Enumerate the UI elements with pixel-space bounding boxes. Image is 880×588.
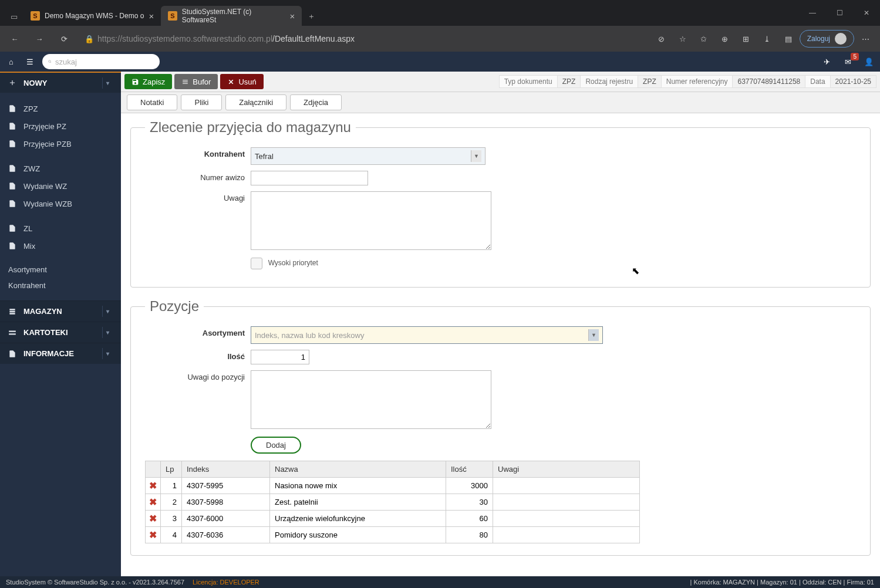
save-button[interactable]: Zapisz	[124, 74, 172, 89]
table-row[interactable]: ✖24307-5998Zest. patelnii30	[146, 494, 826, 511]
doc-meta: Typ dokumentuZPZ Rodzaj rejestruZPZ Nume…	[499, 75, 876, 88]
collections-icon[interactable]: ⊕	[715, 29, 735, 49]
favorites-bar-icon[interactable]: ✩	[694, 29, 714, 49]
browser-tab-bar: ▭ S Demo Magazyn WMS - Demo o × S Studio…	[0, 0, 880, 26]
awizo-input[interactable]	[251, 171, 368, 185]
sidebar-item-pz[interactable]: Przyjęcie PZ	[0, 117, 121, 135]
close-icon[interactable]: ×	[289, 11, 295, 21]
delete-row-icon[interactable]: ✖	[149, 497, 157, 507]
lock-icon[interactable]: 🔒	[81, 35, 97, 43]
messages-icon[interactable]: ✉5	[841, 55, 854, 68]
cell-uwagi	[493, 494, 640, 511]
chevron-down-icon[interactable]: ▼	[588, 329, 599, 341]
tab-studiosystem[interactable]: S StudioSystem.NET (c) SoftwareSt ×	[161, 6, 302, 26]
login-button[interactable]: Zaloguj	[800, 30, 854, 48]
sidebar-item-zwz[interactable]: ZWZ	[0, 160, 121, 177]
sidebar-item-zpz[interactable]: ZPZ	[0, 100, 121, 117]
table-row[interactable]: ✖34307-6000Urządzenie wielofunkcyjne60	[146, 511, 826, 527]
reload-button[interactable]: ⟳	[54, 29, 74, 49]
app-icon[interactable]: ▤	[778, 29, 798, 49]
chevron-down-icon[interactable]: ▾	[102, 348, 113, 359]
cell-nazwa: Zest. patelnii	[270, 494, 446, 511]
main-toolbar: Zapisz Bufor Usuń Typ dokumentuZPZ Rodza…	[121, 72, 880, 92]
bufor-button[interactable]: Bufor	[174, 74, 218, 89]
forward-button[interactable]: →	[29, 29, 49, 49]
downloads-icon[interactable]: ⤓	[757, 29, 777, 49]
label-uwagi-poz: Uwagi do pozycji	[145, 370, 251, 381]
ilosc-input[interactable]	[251, 350, 309, 364]
chevron-down-icon[interactable]: ▾	[102, 77, 113, 89]
legend-zlecenie: Zlecenie przyjęcia do magazynu	[145, 119, 356, 136]
cell-ilosc: 60	[446, 511, 493, 527]
uwagi-poz-textarea[interactable]	[251, 370, 491, 429]
cell-nazwa: Pomidory suszone	[270, 527, 446, 543]
sidebar-item-mix[interactable]: Mix	[0, 237, 121, 255]
tab-zdjecia[interactable]: Zdjęcia	[290, 94, 342, 110]
tab-notatki[interactable]: Notatki	[127, 94, 177, 110]
chevron-down-icon[interactable]: ▾	[102, 306, 113, 317]
kontrahent-select[interactable]: Tefral ▼	[251, 147, 485, 165]
wysoki-priorytet-checkbox[interactable]	[251, 258, 262, 269]
cell-ilosc: 80	[446, 527, 493, 543]
cell-ilosc: 30	[446, 494, 493, 511]
cell-uwagi	[493, 527, 640, 543]
label-wysoki: Wysoki priorytet	[268, 259, 318, 267]
fieldset-pozycje: Pozycje Asortyment Indeks, nazwa lub kod…	[130, 298, 871, 556]
extensions-icon[interactable]: ⊞	[736, 29, 756, 49]
delete-button[interactable]: Usuń	[220, 74, 263, 89]
tab-zalaczniki[interactable]: Załączniki	[225, 94, 286, 110]
asortyment-combo[interactable]: Indeks, nazwa lub kod kreskowy ▼	[251, 326, 603, 344]
maximize-button[interactable]: ☐	[826, 0, 853, 26]
label-uwagi: Uwagi	[145, 191, 251, 202]
tab-demo-magazyn[interactable]: S Demo Magazyn WMS - Demo o ×	[23, 6, 161, 26]
label-awizo: Numer awizo	[145, 171, 251, 182]
home-icon[interactable]: ⌂	[5, 55, 18, 68]
table-row[interactable]: ✖44307-6036Pomidory suszone80	[146, 527, 826, 543]
more-icon[interactable]: ⋯	[855, 29, 875, 49]
close-window-button[interactable]: ✕	[853, 0, 880, 26]
sidebar-link-kontrahent[interactable]: Kontrahent	[0, 278, 121, 293]
chevron-down-icon[interactable]: ▾	[102, 327, 113, 338]
chevron-down-icon[interactable]: ▼	[471, 150, 481, 162]
minimize-button[interactable]: —	[799, 0, 826, 26]
sidebar-section-informacje[interactable]: INFORMACJE▾	[0, 343, 121, 364]
cell-lp: 1	[161, 478, 182, 494]
sidebar-section-kartoteki[interactable]: KARTOTEKI▾	[0, 322, 121, 343]
table-row[interactable]: ✖14307-5995Nasiona nowe mix3000	[146, 478, 826, 494]
delete-row-icon[interactable]: ✖	[149, 530, 157, 540]
back-button[interactable]: ←	[5, 29, 25, 49]
close-icon[interactable]: ×	[149, 11, 154, 21]
legend-pozycje: Pozycje	[145, 298, 204, 315]
cell-lp: 2	[161, 494, 182, 511]
plane-icon[interactable]: ✈	[820, 55, 833, 68]
tracking-icon[interactable]: ⊘	[652, 29, 672, 49]
sidebar-item-pzb[interactable]: Przyjęcie PZB	[0, 135, 121, 153]
search-input[interactable]	[55, 58, 154, 66]
sub-toolbar: Notatki Pliki Załączniki Zdjęcia	[121, 92, 880, 113]
address-bar[interactable]: 🔒 https://studiosystemdemo.softwarestudi…	[79, 29, 647, 49]
cell-lp: 4	[161, 527, 182, 543]
sidebar-item-zl[interactable]: ZL	[0, 219, 121, 237]
delete-row-icon[interactable]: ✖	[149, 481, 157, 491]
cell-lp: 3	[161, 511, 182, 527]
sidebar-item-wzb[interactable]: Wydanie WZB	[0, 195, 121, 212]
user-icon[interactable]: 👤	[862, 55, 875, 68]
menu-toggle-icon[interactable]: ☰	[23, 55, 36, 68]
tab-actions-icon[interactable]: ▭	[5, 7, 23, 26]
cell-indeks: 4307-5995	[182, 478, 270, 494]
uwagi-textarea[interactable]	[251, 191, 491, 250]
tab-pliki[interactable]: Pliki	[181, 94, 222, 110]
new-tab-button[interactable]: ＋	[302, 7, 321, 26]
sidebar-link-asortyment[interactable]: Asortyment	[0, 262, 121, 278]
dodaj-button[interactable]: Dodaj	[251, 437, 301, 454]
sidebar-item-wz[interactable]: Wydanie WZ	[0, 177, 121, 195]
delete-row-icon[interactable]: ✖	[149, 513, 157, 523]
col-lp: Lp	[161, 461, 182, 478]
svg-line-1	[50, 62, 51, 63]
favorite-icon[interactable]: ☆	[673, 29, 693, 49]
footer-left: StudioSystem © SoftwareStudio Sp. z o.o.…	[6, 579, 184, 586]
sidebar-section-magazyn[interactable]: MAGAZYN▾	[0, 300, 121, 322]
label-kontrahent: Kontrahent	[145, 147, 251, 158]
sidebar-section-nowy[interactable]: NOWY ▾	[0, 72, 121, 93]
search-box[interactable]	[42, 54, 160, 69]
